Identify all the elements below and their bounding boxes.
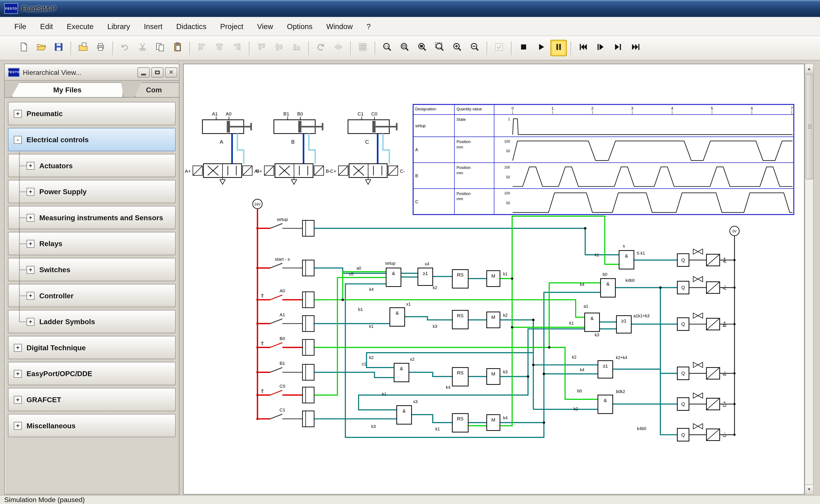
grid-button[interactable] xyxy=(355,40,371,56)
logic-gate-1[interactable]: ≥1 xyxy=(598,361,613,378)
zoom-out-button[interactable] xyxy=(466,40,483,56)
logic-gate-[interactable]: & xyxy=(585,313,599,332)
logic-gate-m[interactable]: M xyxy=(487,312,500,328)
save-button[interactable] xyxy=(50,40,67,56)
input-c1[interactable]: C1 xyxy=(256,407,314,427)
expand-toggle-icon[interactable]: + xyxy=(27,188,34,195)
zoom-1-1-button[interactable]: 1:1 xyxy=(379,40,395,56)
paste-button[interactable] xyxy=(169,40,186,56)
menu-didactics[interactable]: Didactics xyxy=(169,17,213,36)
copy-button[interactable] xyxy=(152,40,168,56)
logic-gate-rs[interactable]: RS xyxy=(452,368,468,386)
sidebar-item-ladder-symbols[interactable]: +Ladder Symbols xyxy=(8,310,176,333)
sidebar-item-actuators[interactable]: +Actuators xyxy=(8,154,176,177)
print-button[interactable] xyxy=(92,40,109,56)
mirror-button[interactable] xyxy=(330,40,347,56)
panel-minimize-button[interactable] xyxy=(138,67,150,77)
reset-button[interactable] xyxy=(575,40,591,56)
zoom-all-button[interactable] xyxy=(414,40,431,56)
output-a[interactable]: QA+ xyxy=(677,249,736,266)
align-left-button[interactable] xyxy=(194,40,210,56)
logic-gate-[interactable]: & xyxy=(601,279,615,297)
valve-b[interactable]: B+B- xyxy=(256,164,330,185)
title-bar[interactable]: FESTO FluidSIM-P xyxy=(0,0,820,17)
scroll-up-button[interactable]: ▲ xyxy=(805,64,813,74)
circuit-editor-canvas[interactable]: A1A0AA+A-B1B0BB+B-C1C0CC+C-DesignationQu… xyxy=(183,64,805,495)
logic-gate-rs[interactable]: RS xyxy=(452,414,468,432)
check-circuit-button[interactable] xyxy=(491,40,507,56)
open-project-button[interactable] xyxy=(75,40,91,56)
cut-button[interactable] xyxy=(134,40,151,56)
logic-gate-m[interactable]: M xyxy=(487,415,500,430)
expand-toggle-icon[interactable]: + xyxy=(14,422,22,430)
expand-toggle-icon[interactable]: + xyxy=(27,162,34,170)
menu-edit[interactable]: Edit xyxy=(33,17,60,36)
open-button[interactable] xyxy=(33,40,49,56)
sidebar-item-relays[interactable]: +Relays xyxy=(8,232,176,255)
logic-gate-[interactable]: & xyxy=(619,251,634,269)
input-a0[interactable]: ⇑A0 xyxy=(256,288,314,308)
fast-forward-button[interactable] xyxy=(627,40,644,56)
sidebar-item-electrical-controls[interactable]: -Electrical controls xyxy=(8,128,176,151)
menu-file[interactable]: File xyxy=(7,17,33,36)
logic-gate-[interactable]: & xyxy=(390,308,405,326)
expand-toggle-icon[interactable]: + xyxy=(27,318,34,325)
expand-toggle-icon[interactable]: + xyxy=(14,109,22,117)
align-top-button[interactable] xyxy=(253,40,270,56)
sidebar-item-power-supply[interactable]: +Power Supply xyxy=(8,180,176,203)
logic-gate-m[interactable]: M xyxy=(487,369,500,384)
cylinder-b[interactable]: B1B0B xyxy=(274,111,323,164)
expand-toggle-icon[interactable]: + xyxy=(14,396,22,403)
input-setup[interactable]: setup xyxy=(256,217,314,236)
logic-gate-[interactable]: & xyxy=(386,268,401,287)
input-c0[interactable]: ⇑C0 xyxy=(256,384,314,403)
align-bottom-button[interactable] xyxy=(288,40,305,56)
menu-execute[interactable]: Execute xyxy=(60,17,101,36)
scroll-down-button[interactable]: ▼ xyxy=(805,485,813,494)
logic-gate-1[interactable]: ≥1 xyxy=(616,316,631,333)
panel-close-button[interactable]: ✕ xyxy=(165,67,177,77)
logic-gate-rs[interactable]: RS xyxy=(452,310,468,329)
expand-toggle-icon[interactable]: + xyxy=(27,292,34,300)
pause-button[interactable] xyxy=(550,40,567,56)
logic-gate-[interactable]: & xyxy=(394,363,409,382)
logic-gate-[interactable]: & xyxy=(598,395,613,414)
expand-toggle-icon[interactable]: + xyxy=(27,214,34,222)
scroll-thumb[interactable] xyxy=(806,74,814,179)
menu-options[interactable]: Options xyxy=(280,17,319,36)
step-button[interactable] xyxy=(592,40,609,56)
expand-toggle-icon[interactable]: + xyxy=(27,266,34,273)
menu-library[interactable]: Library xyxy=(101,17,137,36)
sidebar-item-controller[interactable]: +Controller xyxy=(8,284,176,307)
collapse-toggle-icon[interactable]: - xyxy=(14,136,22,143)
sidebar-item-switches[interactable]: +Switches xyxy=(8,258,176,281)
logic-gate-m[interactable]: M xyxy=(487,271,500,287)
circuit-canvas[interactable]: A1A0AA+A-B1B0BB+B-C1C0CC+C-DesignationQu… xyxy=(184,64,804,494)
cylinder-c[interactable]: C1C0C xyxy=(348,111,397,164)
zoom-in-button[interactable] xyxy=(449,40,465,56)
zoom-window-button[interactable] xyxy=(397,40,413,56)
sidebar-item-easyport-opc-dde[interactable]: +EasyPort/OPC/DDE xyxy=(8,362,176,385)
output-a[interactable]: QA- xyxy=(677,276,736,294)
input-b1[interactable]: B1 xyxy=(256,361,314,380)
sidebar-item-pneumatic[interactable]: +Pneumatic xyxy=(8,102,176,125)
valve-a[interactable]: A+A- xyxy=(185,164,259,185)
input-a1[interactable]: A1 xyxy=(256,312,314,332)
output-c[interactable]: QC- xyxy=(677,424,736,441)
input-b0[interactable]: ⇑B0 xyxy=(256,336,314,355)
output-b[interactable]: QB- xyxy=(677,362,736,380)
logic-gate-[interactable]: & xyxy=(397,406,411,424)
panel-title-bar[interactable]: FESTO Hierarchical View... ✕ xyxy=(5,64,179,81)
play-button[interactable] xyxy=(533,40,549,56)
output-b[interactable]: QB+ xyxy=(677,313,736,331)
cylinder-a[interactable]: A1A0A xyxy=(202,111,251,164)
expand-toggle-icon[interactable]: + xyxy=(27,239,34,247)
expand-toggle-icon[interactable]: + xyxy=(14,370,22,377)
menu-insert[interactable]: Insert xyxy=(137,17,169,36)
stop-button[interactable] xyxy=(515,40,532,56)
next-state-button[interactable] xyxy=(610,40,626,56)
sidebar-item-measuring-instruments-and-sensors[interactable]: +Measuring instruments and Sensors xyxy=(8,206,176,229)
output-c[interactable]: QC+ xyxy=(677,393,736,411)
align-middle-button[interactable] xyxy=(271,40,287,56)
menu-view[interactable]: View xyxy=(250,17,280,36)
